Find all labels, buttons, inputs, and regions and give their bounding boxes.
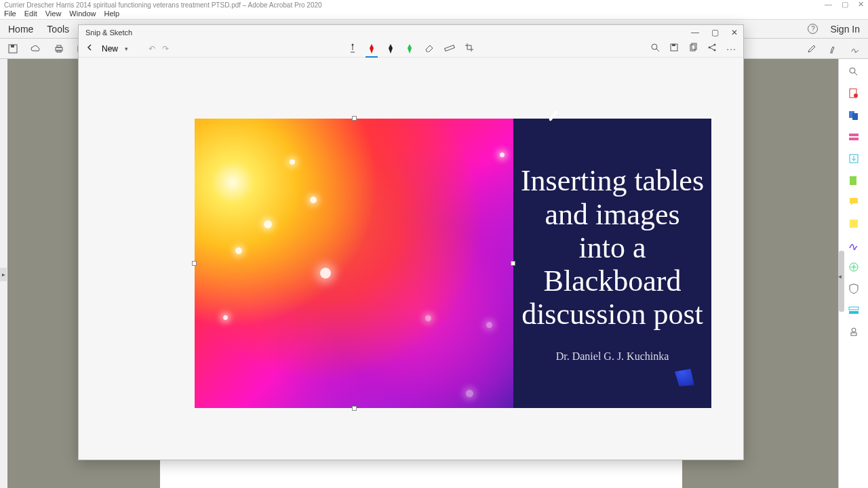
sign-in-link[interactable]: Sign In <box>830 24 860 35</box>
print-icon[interactable] <box>53 43 65 55</box>
tab-home[interactable]: Home <box>8 24 33 35</box>
slide-graphic <box>195 119 513 408</box>
resize-handle[interactable] <box>352 116 357 121</box>
help-icon[interactable]: ? <box>808 24 818 34</box>
snip-close-button[interactable]: ✕ <box>731 28 738 37</box>
save-snip-icon[interactable] <box>669 43 679 54</box>
svg-rect-29 <box>692 43 696 49</box>
pencil-tool-icon[interactable] <box>386 43 395 54</box>
more-icon[interactable]: ··· <box>726 43 736 54</box>
create-pdf-icon[interactable] <box>848 87 860 100</box>
undo-icon[interactable]: ↶ <box>149 44 155 54</box>
menu-view[interactable]: View <box>45 9 62 19</box>
tab-tools[interactable]: Tools <box>47 24 69 35</box>
snip-maximize-button[interactable]: ▢ <box>711 28 719 37</box>
svg-rect-21 <box>851 333 856 336</box>
svg-rect-28 <box>690 45 695 51</box>
protect-icon[interactable] <box>848 283 860 295</box>
resize-handle[interactable] <box>352 406 357 411</box>
svg-rect-3 <box>57 45 61 47</box>
stamp-icon[interactable] <box>848 326 860 338</box>
acrobat-document-title: Currier Drescher Harris 2014 spiritual f… <box>4 1 322 9</box>
svg-point-32 <box>714 49 716 52</box>
new-snip-chevron-icon[interactable]: ▾ <box>125 45 128 52</box>
menu-help[interactable]: Help <box>104 9 119 19</box>
acrobat-close-button[interactable]: ✕ <box>858 0 864 9</box>
pencil-icon[interactable] <box>806 43 818 55</box>
touch-writing-icon[interactable] <box>348 43 357 54</box>
menu-file[interactable]: File <box>4 9 16 19</box>
pdf-page <box>160 458 682 488</box>
new-snip-button[interactable]: New <box>102 44 118 54</box>
redo-icon[interactable]: ↷ <box>162 44 169 54</box>
svg-rect-19 <box>849 311 859 314</box>
cloud-icon[interactable] <box>30 43 42 55</box>
right-panel-collapse-icon[interactable]: ◂ <box>837 270 842 282</box>
snip-minimize-button[interactable]: — <box>691 28 699 37</box>
zoom-icon[interactable] <box>650 43 660 54</box>
fill-sign-icon[interactable] <box>848 218 860 230</box>
redact-icon[interactable] <box>848 304 860 317</box>
svg-point-24 <box>652 44 657 49</box>
slide-text-panel: Inserting tables and images into a Black… <box>513 119 711 408</box>
organize-icon[interactable] <box>848 174 860 186</box>
captured-slide: Inserting tables and images into a Black… <box>195 119 711 408</box>
slide-decoration-icon <box>671 364 699 391</box>
search-icon[interactable] <box>848 66 860 78</box>
snip-sketch-window: Snip & Sketch — ▢ ✕ New ▾ ↶ ↷ <box>78 24 744 460</box>
svg-point-30 <box>709 47 711 49</box>
snip-canvas[interactable]: Inserting tables and images into a Black… <box>79 59 743 459</box>
svg-rect-11 <box>852 113 858 120</box>
acrobat-menubar: File Edit View Window Help <box>0 9 868 20</box>
signature-icon[interactable] <box>849 43 861 55</box>
svg-rect-27 <box>672 44 675 46</box>
svg-point-6 <box>850 68 855 73</box>
svg-line-7 <box>854 73 857 75</box>
resize-handle[interactable] <box>192 261 197 266</box>
back-icon[interactable] <box>85 43 95 54</box>
svg-line-25 <box>656 49 659 52</box>
crop-icon[interactable] <box>465 43 474 54</box>
highlight-icon[interactable] <box>827 43 840 55</box>
svg-rect-18 <box>849 307 859 310</box>
svg-point-22 <box>352 43 354 45</box>
snip-title-text: Snip & Sketch <box>85 28 132 37</box>
ruler-icon[interactable] <box>444 43 455 54</box>
slide-heading: Inserting tables and images into a Black… <box>520 164 705 331</box>
svg-point-9 <box>854 94 858 98</box>
left-panel-expand-icon[interactable]: ▸ <box>0 268 7 281</box>
comment-icon[interactable] <box>848 196 860 208</box>
svg-rect-16 <box>850 220 858 228</box>
snip-toolbar: New ▾ ↶ ↷ ··· <box>79 40 743 58</box>
copy-icon[interactable] <box>688 43 698 54</box>
menu-window[interactable]: Window <box>69 9 96 19</box>
save-icon[interactable] <box>7 43 19 55</box>
svg-rect-23 <box>445 45 455 52</box>
svg-rect-13 <box>849 138 859 140</box>
combine-icon[interactable] <box>848 109 860 121</box>
eraser-icon[interactable] <box>424 43 435 54</box>
resize-handle[interactable] <box>511 261 515 266</box>
svg-point-31 <box>714 44 716 46</box>
highlighter-icon[interactable] <box>405 43 414 54</box>
export-icon[interactable] <box>848 152 860 165</box>
share-icon[interactable] <box>707 43 717 54</box>
sign-tool-icon[interactable] <box>848 239 860 251</box>
edit-pdf-icon[interactable] <box>848 131 860 143</box>
ballpoint-pen-icon[interactable] <box>367 43 376 54</box>
slide-author: Dr. Daniel G. J. Kuchinka <box>556 350 669 363</box>
snip-title-bar: Snip & Sketch — ▢ ✕ <box>79 25 743 40</box>
more-tools-icon[interactable] <box>848 261 860 273</box>
acrobat-maximize-button[interactable]: ▢ <box>842 0 848 9</box>
acrobat-minimize-button[interactable]: — <box>825 0 832 9</box>
svg-point-20 <box>852 328 856 332</box>
svg-rect-12 <box>849 134 859 136</box>
acrobat-title-bar: Currier Drescher Harris 2014 spiritual f… <box>0 0 868 9</box>
svg-rect-15 <box>850 176 856 185</box>
svg-rect-1 <box>11 45 14 47</box>
menu-edit[interactable]: Edit <box>24 9 37 19</box>
